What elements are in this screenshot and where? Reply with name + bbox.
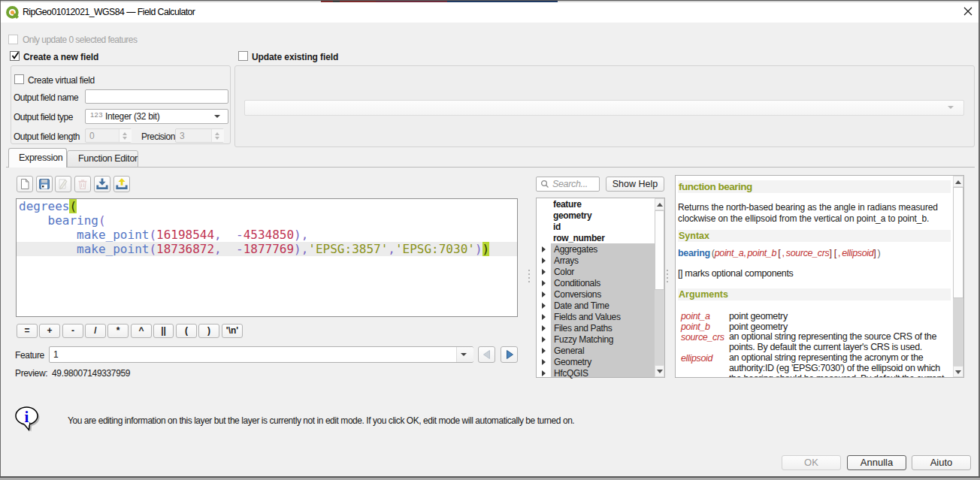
svg-text:i: i: [25, 408, 29, 426]
